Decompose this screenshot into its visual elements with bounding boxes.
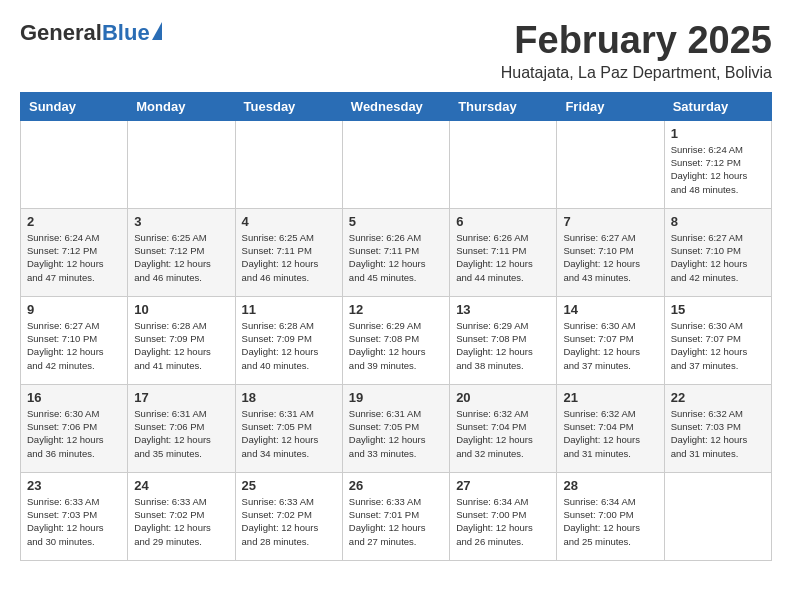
day-info: Sunrise: 6:24 AM Sunset: 7:12 PM Dayligh…	[671, 143, 765, 196]
calendar-cell: 1Sunrise: 6:24 AM Sunset: 7:12 PM Daylig…	[664, 120, 771, 208]
day-info: Sunrise: 6:29 AM Sunset: 7:08 PM Dayligh…	[349, 319, 443, 372]
calendar-cell: 25Sunrise: 6:33 AM Sunset: 7:02 PM Dayli…	[235, 472, 342, 560]
day-info: Sunrise: 6:30 AM Sunset: 7:06 PM Dayligh…	[27, 407, 121, 460]
day-info: Sunrise: 6:32 AM Sunset: 7:04 PM Dayligh…	[456, 407, 550, 460]
calendar-cell: 28Sunrise: 6:34 AM Sunset: 7:00 PM Dayli…	[557, 472, 664, 560]
calendar-cell: 2Sunrise: 6:24 AM Sunset: 7:12 PM Daylig…	[21, 208, 128, 296]
day-number: 21	[563, 390, 657, 405]
calendar-cell: 13Sunrise: 6:29 AM Sunset: 7:08 PM Dayli…	[450, 296, 557, 384]
calendar-cell: 19Sunrise: 6:31 AM Sunset: 7:05 PM Dayli…	[342, 384, 449, 472]
day-number: 27	[456, 478, 550, 493]
calendar-cell: 15Sunrise: 6:30 AM Sunset: 7:07 PM Dayli…	[664, 296, 771, 384]
calendar-cell: 10Sunrise: 6:28 AM Sunset: 7:09 PM Dayli…	[128, 296, 235, 384]
logo-general-text: General	[20, 20, 102, 46]
weekday-header-saturday: Saturday	[664, 92, 771, 120]
day-number: 9	[27, 302, 121, 317]
day-info: Sunrise: 6:29 AM Sunset: 7:08 PM Dayligh…	[456, 319, 550, 372]
calendar-cell: 8Sunrise: 6:27 AM Sunset: 7:10 PM Daylig…	[664, 208, 771, 296]
logo-triangle-icon	[152, 22, 162, 40]
calendar-cell: 12Sunrise: 6:29 AM Sunset: 7:08 PM Dayli…	[342, 296, 449, 384]
calendar-cell: 6Sunrise: 6:26 AM Sunset: 7:11 PM Daylig…	[450, 208, 557, 296]
day-number: 22	[671, 390, 765, 405]
weekday-header-monday: Monday	[128, 92, 235, 120]
page-header: General Blue February 2025 Huatajata, La…	[20, 20, 772, 82]
day-info: Sunrise: 6:27 AM Sunset: 7:10 PM Dayligh…	[671, 231, 765, 284]
calendar-week-3: 9Sunrise: 6:27 AM Sunset: 7:10 PM Daylig…	[21, 296, 772, 384]
calendar-week-2: 2Sunrise: 6:24 AM Sunset: 7:12 PM Daylig…	[21, 208, 772, 296]
month-title: February 2025	[501, 20, 772, 62]
calendar-cell: 5Sunrise: 6:26 AM Sunset: 7:11 PM Daylig…	[342, 208, 449, 296]
calendar-cell: 4Sunrise: 6:25 AM Sunset: 7:11 PM Daylig…	[235, 208, 342, 296]
day-number: 1	[671, 126, 765, 141]
calendar-cell: 11Sunrise: 6:28 AM Sunset: 7:09 PM Dayli…	[235, 296, 342, 384]
calendar-cell	[664, 472, 771, 560]
calendar-cell: 21Sunrise: 6:32 AM Sunset: 7:04 PM Dayli…	[557, 384, 664, 472]
calendar-cell: 17Sunrise: 6:31 AM Sunset: 7:06 PM Dayli…	[128, 384, 235, 472]
day-info: Sunrise: 6:32 AM Sunset: 7:04 PM Dayligh…	[563, 407, 657, 460]
day-number: 5	[349, 214, 443, 229]
calendar-cell: 22Sunrise: 6:32 AM Sunset: 7:03 PM Dayli…	[664, 384, 771, 472]
day-number: 14	[563, 302, 657, 317]
weekday-header-wednesday: Wednesday	[342, 92, 449, 120]
title-block: February 2025 Huatajata, La Paz Departme…	[501, 20, 772, 82]
day-number: 24	[134, 478, 228, 493]
weekday-header-thursday: Thursday	[450, 92, 557, 120]
calendar-cell: 23Sunrise: 6:33 AM Sunset: 7:03 PM Dayli…	[21, 472, 128, 560]
day-info: Sunrise: 6:33 AM Sunset: 7:02 PM Dayligh…	[134, 495, 228, 548]
day-number: 16	[27, 390, 121, 405]
day-info: Sunrise: 6:27 AM Sunset: 7:10 PM Dayligh…	[27, 319, 121, 372]
day-info: Sunrise: 6:33 AM Sunset: 7:01 PM Dayligh…	[349, 495, 443, 548]
day-number: 11	[242, 302, 336, 317]
calendar-cell: 27Sunrise: 6:34 AM Sunset: 7:00 PM Dayli…	[450, 472, 557, 560]
day-number: 12	[349, 302, 443, 317]
day-info: Sunrise: 6:33 AM Sunset: 7:02 PM Dayligh…	[242, 495, 336, 548]
day-number: 15	[671, 302, 765, 317]
day-info: Sunrise: 6:31 AM Sunset: 7:06 PM Dayligh…	[134, 407, 228, 460]
calendar-cell	[450, 120, 557, 208]
calendar-cell	[557, 120, 664, 208]
day-info: Sunrise: 6:24 AM Sunset: 7:12 PM Dayligh…	[27, 231, 121, 284]
logo: General Blue	[20, 20, 162, 46]
day-info: Sunrise: 6:33 AM Sunset: 7:03 PM Dayligh…	[27, 495, 121, 548]
calendar-header-row: SundayMondayTuesdayWednesdayThursdayFrid…	[21, 92, 772, 120]
day-number: 8	[671, 214, 765, 229]
calendar-week-5: 23Sunrise: 6:33 AM Sunset: 7:03 PM Dayli…	[21, 472, 772, 560]
day-number: 4	[242, 214, 336, 229]
calendar-week-4: 16Sunrise: 6:30 AM Sunset: 7:06 PM Dayli…	[21, 384, 772, 472]
calendar-cell: 14Sunrise: 6:30 AM Sunset: 7:07 PM Dayli…	[557, 296, 664, 384]
day-info: Sunrise: 6:25 AM Sunset: 7:12 PM Dayligh…	[134, 231, 228, 284]
day-number: 20	[456, 390, 550, 405]
day-info: Sunrise: 6:31 AM Sunset: 7:05 PM Dayligh…	[349, 407, 443, 460]
day-info: Sunrise: 6:32 AM Sunset: 7:03 PM Dayligh…	[671, 407, 765, 460]
location-subtitle: Huatajata, La Paz Department, Bolivia	[501, 64, 772, 82]
day-number: 18	[242, 390, 336, 405]
day-number: 17	[134, 390, 228, 405]
calendar-cell: 24Sunrise: 6:33 AM Sunset: 7:02 PM Dayli…	[128, 472, 235, 560]
day-info: Sunrise: 6:34 AM Sunset: 7:00 PM Dayligh…	[563, 495, 657, 548]
calendar-week-1: 1Sunrise: 6:24 AM Sunset: 7:12 PM Daylig…	[21, 120, 772, 208]
calendar-cell: 18Sunrise: 6:31 AM Sunset: 7:05 PM Dayli…	[235, 384, 342, 472]
calendar-cell: 20Sunrise: 6:32 AM Sunset: 7:04 PM Dayli…	[450, 384, 557, 472]
logo-blue-text: Blue	[102, 20, 150, 46]
calendar-cell: 16Sunrise: 6:30 AM Sunset: 7:06 PM Dayli…	[21, 384, 128, 472]
day-number: 13	[456, 302, 550, 317]
day-info: Sunrise: 6:26 AM Sunset: 7:11 PM Dayligh…	[349, 231, 443, 284]
calendar-cell	[342, 120, 449, 208]
day-info: Sunrise: 6:28 AM Sunset: 7:09 PM Dayligh…	[242, 319, 336, 372]
calendar-cell	[128, 120, 235, 208]
day-info: Sunrise: 6:31 AM Sunset: 7:05 PM Dayligh…	[242, 407, 336, 460]
day-number: 28	[563, 478, 657, 493]
day-number: 10	[134, 302, 228, 317]
day-number: 25	[242, 478, 336, 493]
day-number: 2	[27, 214, 121, 229]
day-number: 23	[27, 478, 121, 493]
calendar-cell	[235, 120, 342, 208]
day-info: Sunrise: 6:27 AM Sunset: 7:10 PM Dayligh…	[563, 231, 657, 284]
day-number: 26	[349, 478, 443, 493]
day-info: Sunrise: 6:26 AM Sunset: 7:11 PM Dayligh…	[456, 231, 550, 284]
day-info: Sunrise: 6:34 AM Sunset: 7:00 PM Dayligh…	[456, 495, 550, 548]
day-info: Sunrise: 6:28 AM Sunset: 7:09 PM Dayligh…	[134, 319, 228, 372]
day-info: Sunrise: 6:30 AM Sunset: 7:07 PM Dayligh…	[671, 319, 765, 372]
weekday-header-tuesday: Tuesday	[235, 92, 342, 120]
calendar-cell: 7Sunrise: 6:27 AM Sunset: 7:10 PM Daylig…	[557, 208, 664, 296]
